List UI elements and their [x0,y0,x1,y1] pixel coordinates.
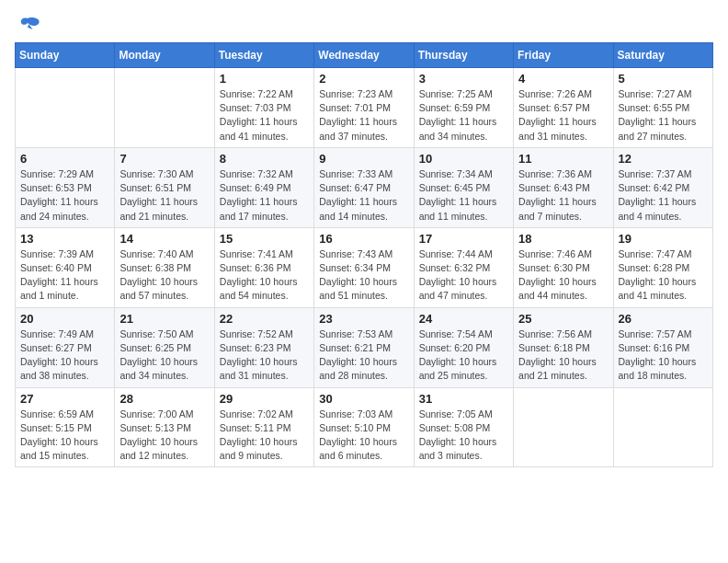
header-friday: Friday [514,43,613,68]
day-number: 16 [319,232,408,246]
day-number: 25 [518,312,608,326]
calendar-week-row: 1Sunrise: 7:22 AM Sunset: 7:03 PM Daylig… [16,68,713,148]
header-tuesday: Tuesday [214,43,313,68]
calendar-header-row: SundayMondayTuesdayWednesdayThursdayFrid… [16,43,713,68]
calendar-cell: 24Sunrise: 7:54 AM Sunset: 6:20 PM Dayli… [414,307,513,387]
calendar-cell: 26Sunrise: 7:57 AM Sunset: 6:16 PM Dayli… [613,307,712,387]
header-saturday: Saturday [613,43,712,68]
day-number: 20 [20,312,109,326]
day-info: Sunrise: 7:05 AM Sunset: 5:08 PM Dayligh… [419,408,508,464]
day-number: 5 [619,72,708,86]
day-number: 19 [619,232,708,246]
calendar-week-row: 27Sunrise: 6:59 AM Sunset: 5:15 PM Dayli… [16,387,713,467]
day-info: Sunrise: 7:26 AM Sunset: 6:57 PM Dayligh… [518,87,608,144]
day-number: 27 [20,392,109,406]
day-number: 26 [619,312,708,326]
day-number: 11 [518,152,608,166]
day-info: Sunrise: 7:27 AM Sunset: 6:55 PM Dayligh… [619,87,708,144]
day-info: Sunrise: 7:46 AM Sunset: 6:30 PM Dayligh… [518,247,608,304]
calendar-cell: 15Sunrise: 7:41 AM Sunset: 6:36 PM Dayli… [214,227,313,307]
day-info: Sunrise: 7:41 AM Sunset: 6:36 PM Dayligh… [220,247,309,304]
day-number: 23 [319,312,408,326]
calendar-cell: 17Sunrise: 7:44 AM Sunset: 6:32 PM Dayli… [414,227,513,307]
calendar-cell: 30Sunrise: 7:03 AM Sunset: 5:10 PM Dayli… [314,387,414,467]
day-number: 4 [518,72,608,86]
header-thursday: Thursday [414,43,513,68]
calendar-cell: 8Sunrise: 7:32 AM Sunset: 6:49 PM Daylig… [214,147,313,227]
day-number: 15 [220,232,309,246]
day-number: 13 [20,232,109,246]
calendar-cell: 14Sunrise: 7:40 AM Sunset: 6:38 PM Dayli… [115,227,214,307]
day-number: 14 [119,232,209,246]
day-info: Sunrise: 7:03 AM Sunset: 5:10 PM Dayligh… [319,408,408,464]
day-info: Sunrise: 7:30 AM Sunset: 6:51 PM Dayligh… [119,167,209,224]
calendar-cell: 23Sunrise: 7:53 AM Sunset: 6:21 PM Dayli… [314,307,414,387]
day-info: Sunrise: 7:33 AM Sunset: 6:47 PM Dayligh… [319,167,408,224]
day-number: 21 [119,312,209,326]
day-number: 8 [220,152,309,166]
calendar-cell: 28Sunrise: 7:00 AM Sunset: 5:13 PM Dayli… [115,387,214,467]
calendar-cell: 6Sunrise: 7:29 AM Sunset: 6:53 PM Daylig… [16,147,115,227]
day-info: Sunrise: 7:39 AM Sunset: 6:40 PM Dayligh… [20,247,109,304]
day-info: Sunrise: 7:56 AM Sunset: 6:18 PM Dayligh… [518,327,608,384]
day-number: 3 [419,72,508,86]
page-header [15,15,713,35]
calendar-cell: 25Sunrise: 7:56 AM Sunset: 6:18 PM Dayli… [514,307,613,387]
day-info: Sunrise: 7:29 AM Sunset: 6:53 PM Dayligh… [20,167,109,224]
day-info: Sunrise: 7:25 AM Sunset: 6:59 PM Dayligh… [419,87,508,144]
day-number: 31 [419,392,508,406]
day-number: 7 [119,152,209,166]
calendar-cell: 5Sunrise: 7:27 AM Sunset: 6:55 PM Daylig… [613,68,712,148]
logo [15,15,44,35]
day-info: Sunrise: 7:49 AM Sunset: 6:27 PM Dayligh… [20,327,109,384]
calendar-week-row: 13Sunrise: 7:39 AM Sunset: 6:40 PM Dayli… [16,227,713,307]
day-number: 1 [220,72,309,86]
day-info: Sunrise: 7:40 AM Sunset: 6:38 PM Dayligh… [119,247,209,304]
calendar-cell: 10Sunrise: 7:34 AM Sunset: 6:45 PM Dayli… [414,147,513,227]
day-info: Sunrise: 7:23 AM Sunset: 7:01 PM Dayligh… [319,87,408,144]
calendar-cell: 11Sunrise: 7:36 AM Sunset: 6:43 PM Dayli… [514,147,613,227]
day-number: 10 [419,152,508,166]
day-info: Sunrise: 6:59 AM Sunset: 5:15 PM Dayligh… [20,408,109,464]
day-number: 18 [518,232,608,246]
day-number: 6 [20,152,109,166]
day-number: 17 [419,232,508,246]
day-info: Sunrise: 7:50 AM Sunset: 6:25 PM Dayligh… [119,327,209,384]
day-number: 2 [319,72,408,86]
calendar-cell: 22Sunrise: 7:52 AM Sunset: 6:23 PM Dayli… [214,307,313,387]
day-info: Sunrise: 7:52 AM Sunset: 6:23 PM Dayligh… [220,327,309,384]
calendar-cell: 7Sunrise: 7:30 AM Sunset: 6:51 PM Daylig… [115,147,214,227]
calendar-cell [613,387,712,467]
day-info: Sunrise: 7:53 AM Sunset: 6:21 PM Dayligh… [319,327,408,384]
calendar-cell: 31Sunrise: 7:05 AM Sunset: 5:08 PM Dayli… [414,387,513,467]
calendar-cell: 19Sunrise: 7:47 AM Sunset: 6:28 PM Dayli… [613,227,712,307]
calendar-cell: 29Sunrise: 7:02 AM Sunset: 5:11 PM Dayli… [214,387,313,467]
day-info: Sunrise: 7:32 AM Sunset: 6:49 PM Dayligh… [220,167,309,224]
day-number: 9 [319,152,408,166]
header-wednesday: Wednesday [314,43,414,68]
day-info: Sunrise: 7:34 AM Sunset: 6:45 PM Dayligh… [419,167,508,224]
calendar-week-row: 6Sunrise: 7:29 AM Sunset: 6:53 PM Daylig… [16,147,713,227]
calendar-cell: 20Sunrise: 7:49 AM Sunset: 6:27 PM Dayli… [16,307,115,387]
calendar-cell [115,68,214,148]
day-number: 29 [220,392,309,406]
day-info: Sunrise: 7:44 AM Sunset: 6:32 PM Dayligh… [419,247,508,304]
calendar-cell: 13Sunrise: 7:39 AM Sunset: 6:40 PM Dayli… [16,227,115,307]
day-number: 28 [119,392,209,406]
day-info: Sunrise: 7:00 AM Sunset: 5:13 PM Dayligh… [119,408,209,464]
calendar-cell: 2Sunrise: 7:23 AM Sunset: 7:01 PM Daylig… [314,68,414,148]
logo-bird-icon [15,15,40,35]
calendar-cell: 9Sunrise: 7:33 AM Sunset: 6:47 PM Daylig… [314,147,414,227]
day-info: Sunrise: 7:02 AM Sunset: 5:11 PM Dayligh… [220,408,309,464]
day-info: Sunrise: 7:22 AM Sunset: 7:03 PM Dayligh… [220,87,309,144]
calendar-cell: 21Sunrise: 7:50 AM Sunset: 6:25 PM Dayli… [115,307,214,387]
day-info: Sunrise: 7:47 AM Sunset: 6:28 PM Dayligh… [619,247,708,304]
day-info: Sunrise: 7:36 AM Sunset: 6:43 PM Dayligh… [518,167,608,224]
day-info: Sunrise: 7:54 AM Sunset: 6:20 PM Dayligh… [419,327,508,384]
calendar-cell: 18Sunrise: 7:46 AM Sunset: 6:30 PM Dayli… [514,227,613,307]
day-number: 22 [220,312,309,326]
calendar-cell [16,68,115,148]
day-info: Sunrise: 7:43 AM Sunset: 6:34 PM Dayligh… [319,247,408,304]
day-info: Sunrise: 7:37 AM Sunset: 6:42 PM Dayligh… [619,167,708,224]
day-number: 12 [619,152,708,166]
